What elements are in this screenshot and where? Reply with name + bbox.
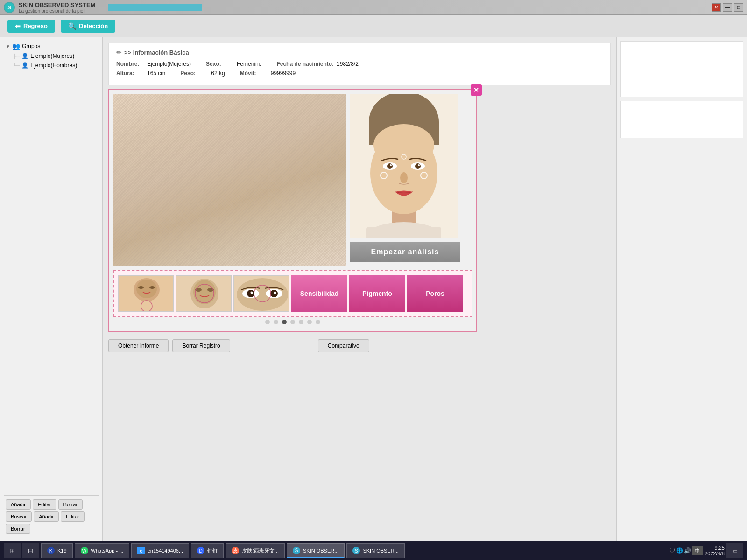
film-thumb-2[interactable] [176,275,232,312]
face-image [350,94,458,238]
film-thumb-1[interactable] [118,275,174,312]
right-panel [616,37,747,541]
fecha-field: Fecha de nacimiento: 1982/8/2 [276,61,358,67]
taskbar-app-skin1[interactable]: 皮 皮肤(西班牙文... [226,543,285,558]
cn-label: cn154149406... [148,548,183,553]
add-button-2[interactable]: Añadir [34,511,59,522]
dot-5[interactable] [299,320,303,324]
category-pigmento[interactable]: Pigmento [349,275,405,312]
title-text: SKIN OBSERVED SYSTEM La gestión profesio… [19,1,95,14]
regreso-icon: ⬅ [15,22,21,30]
fecha-label: Fecha de nacimiento: [276,61,334,67]
comparativo-button[interactable]: Comparativo [318,339,369,352]
dot-1[interactable] [265,320,270,324]
skin1-label: 皮肤(西班牙文... [242,547,279,554]
skin2-label: SKIN OBSER... [303,548,338,553]
taskbar-app-whatsapp[interactable]: W WhatsApp - ... [75,543,130,558]
dot-3[interactable] [282,320,287,324]
borrar-registro-button[interactable]: Borrar Registro [172,339,230,352]
modal-close-button[interactable]: ✕ [471,84,482,96]
dot-4[interactable] [290,320,295,324]
svg-point-12 [390,164,392,166]
analyze-button[interactable]: Empezar análisis [350,242,460,262]
start-button[interactable]: ⊞ [4,543,21,558]
dot-6[interactable] [307,320,312,324]
content-area: ▼ 👥 Grupos ├─ 👤 Ejemplo(Mujeres) └─ 👤 Ej… [0,37,747,541]
title-bar-left: S SKIN OBSERVED SYSTEM La gestión profes… [4,1,202,14]
skin3-icon: S [352,547,360,554]
category-poros[interactable]: Poros [407,275,463,312]
sidebar-label-hombres: Ejemplo(Hombres) [30,62,77,69]
close-button[interactable]: ✕ [712,3,721,12]
antivirus-icon: 🛡 [669,547,675,554]
lang-indicator[interactable]: 中 [692,546,703,555]
add-button-1[interactable]: Añadir [6,499,31,510]
regreso-button[interactable]: ⬅ Regreso [7,20,55,33]
sidebar-groups-root[interactable]: ▼ 👥 Grupos [4,41,99,51]
obtener-informe-button[interactable]: Obtener Informe [108,339,169,352]
right-panel-bottom [620,101,743,138]
skin-main-image [113,94,346,266]
svg-text:S: S [7,5,11,10]
show-desktop-button[interactable]: ▭ [726,543,743,558]
sidebar-item-hombres[interactable]: └─ 👤 Ejemplo(Hombres) [11,61,99,70]
deteccion-icon: 🔍 [68,22,76,30]
taskbar-clock: 9:25 2022/4/8 [705,545,725,556]
maximize-button[interactable]: □ [734,3,743,12]
task-view-button[interactable]: ⊟ [22,543,39,558]
tree-expand-icon: ▼ [6,44,10,49]
borrar-label: Borrar Registro [182,343,220,349]
taskbar-app-skin3[interactable]: S SKIN OBSER... [346,543,404,558]
svg-point-14 [400,172,408,183]
comparativo-label: Comparativo [328,343,359,349]
whatsapp-icon: W [81,547,88,554]
minimize-button[interactable]: — [723,3,732,12]
k19-label: K19 [57,548,67,553]
tree-line-icon-2: └─ [13,63,20,68]
nombre-label: Nombre: [116,61,144,67]
svg-rect-19 [366,227,441,238]
peso-field: Peso: 62 kg [180,70,225,77]
analysis-modal: ✕ [108,89,477,332]
delete-button-1[interactable]: Borrar [58,499,83,510]
app-logo: S [4,2,15,13]
taskbar-app-k19[interactable]: K K19 [41,543,73,558]
nombre-value: Ejemplo(Mujeres) [147,61,191,67]
sidebar-buttons: Añadir Editar Borrar Buscar Añadir Edita… [4,495,99,538]
sexo-label: Sexo: [206,61,234,67]
taskbar: ⊞ ⊟ K K19 W WhatsApp - ... e cn154149406… [0,541,747,560]
sidebar-item-mujeres[interactable]: ├─ 👤 Ejemplo(Mujeres) [11,51,99,61]
dot-7[interactable] [316,320,320,324]
filmstrip: Sensibilidad Pigmento Poros [113,270,472,317]
skin-texture [113,94,346,266]
whatsapp-label: WhatsApp - ... [91,548,124,553]
dot-2[interactable] [274,320,278,324]
obtener-label: Obtener Informe [118,343,159,349]
tree-line-icon: ├─ [13,54,20,59]
svg-point-28 [193,280,216,304]
taskbar-app-dingding[interactable]: D 钉钉 [191,543,224,558]
svg-point-10 [387,163,393,169]
toolbar: ⬅ Regreso 🔍 Detección [0,15,747,37]
bottom-actions: Obtener Informe Borrar Registro Comparat… [108,336,611,356]
clock-time: 9:25 [705,545,725,551]
progress-bar [108,4,202,11]
title-bar-controls[interactable]: ✕ — □ [712,3,743,12]
taskbar-app-skin2[interactable]: S SKIN OBSER... [287,543,345,558]
altura-value: 165 cm [147,70,165,77]
category-sensibilidad[interactable]: Sensibilidad [291,275,347,312]
svg-point-11 [415,163,421,169]
modal-body: Empezar análisis [113,94,472,266]
deteccion-button[interactable]: 🔍 Detección [61,20,115,33]
altura-label: Altura: [116,70,144,77]
delete-button-2[interactable]: Borrar [6,524,30,534]
edit-button-2[interactable]: Editar [61,511,85,522]
edit-button-1[interactable]: Editar [33,499,56,510]
main-panel: ✏ >> Información Básica Nombre: Ejemplo(… [103,37,616,541]
search-button[interactable]: Buscar [6,511,32,522]
taskbar-left: ⊞ ⊟ K K19 W WhatsApp - ... e cn154149406… [4,543,405,558]
film-thumb-3[interactable] [233,275,289,312]
sexo-field: Sexo: Femenino [206,61,261,67]
app-subtitle: La gestión profesional de la piel [19,8,95,14]
taskbar-app-cn[interactable]: e cn154149406... [131,543,189,558]
